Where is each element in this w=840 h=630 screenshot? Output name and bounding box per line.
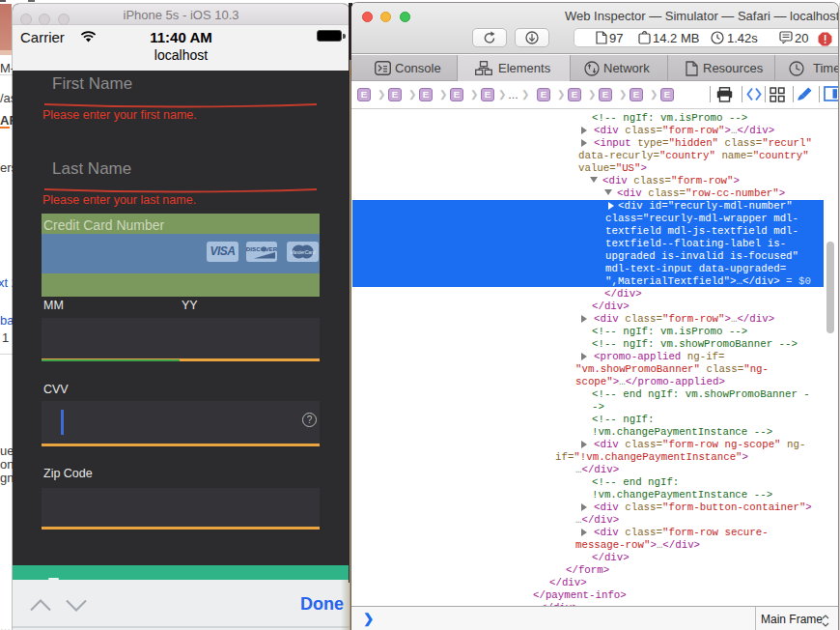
svg-text:MasterCard: MasterCard (290, 249, 315, 255)
